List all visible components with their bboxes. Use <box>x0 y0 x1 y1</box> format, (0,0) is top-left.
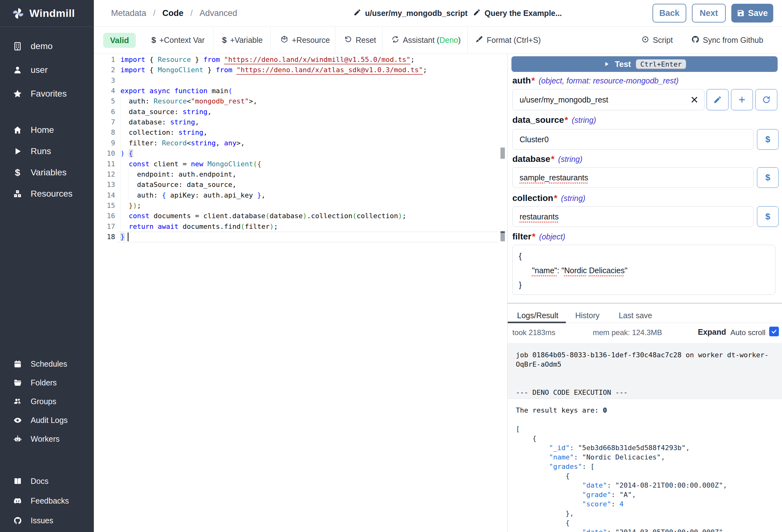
code-line-content: filter: Record<string, any>, <box>120 138 245 148</box>
star-icon <box>12 89 23 99</box>
code-line-14: 14 auth: { apiKey: auth.api_key }, <box>94 190 507 201</box>
result-json-line: "grade": "A", <box>516 490 774 499</box>
top-actions: Back Next Save <box>652 4 773 23</box>
next-button[interactable]: Next <box>692 4 726 23</box>
field-type-note: (string) <box>558 155 582 164</box>
add-resource-button[interactable] <box>731 89 753 110</box>
sidebar-item-docs[interactable]: Docs <box>0 471 94 491</box>
line-number: 10 <box>94 148 115 158</box>
sidebar-item-audit-logs[interactable]: Audit Logs <box>0 411 94 429</box>
tab-logs-result[interactable]: Logs/Result <box>517 308 558 323</box>
run-stats: took 2183ms mem peak: 124.3MB Expand Aut… <box>508 327 782 339</box>
building-icon <box>12 41 23 51</box>
sidebar-item-home[interactable]: Home <box>0 119 94 141</box>
save-button[interactable]: Save <box>731 4 773 23</box>
code-line-content: dataSource: data_source, <box>120 180 237 190</box>
line-number: 6 <box>94 107 115 117</box>
refresh-resource-button[interactable] <box>755 89 777 110</box>
toolbar-add-context-var[interactable]: $+Context Var <box>151 27 205 53</box>
toolbar-format[interactable]: Format (Ctrl+S) <box>475 27 541 53</box>
filter-json-input[interactable]: { "name": "Nordic Delicacies"} <box>512 245 775 295</box>
data_source-input[interactable]: Cluster0 <box>512 129 753 150</box>
code-line-6: 6 data_source: string, <box>94 107 507 117</box>
line-number: 16 <box>94 211 115 221</box>
run-preview-panel: Test Ctrl+Enter auth*(object, format: re… <box>507 54 782 532</box>
users-gear-icon <box>12 396 23 406</box>
log-line <box>516 369 770 379</box>
code-line-content: export async function main( <box>120 86 233 96</box>
script-summary[interactable]: Query the Example... <box>473 0 562 27</box>
test-shortcut-kbd: Ctrl+Enter <box>636 60 686 69</box>
editor-scrollbar[interactable] <box>499 54 505 532</box>
autoscroll-checkbox[interactable] <box>769 327 779 336</box>
sidebar-item-groups[interactable]: Groups <box>0 392 94 411</box>
robot-icon <box>12 434 23 444</box>
code-line-4: 4export async function main( <box>94 86 507 96</box>
line-number: 3 <box>94 75 115 86</box>
insert-variable-button[interactable]: $ <box>757 129 779 150</box>
script-path[interactable]: u/user/my_mongodb_script <box>353 0 468 27</box>
toolbar-sync-github[interactable]: Sync from Github <box>691 27 763 53</box>
code-line-1: 1import { Resource } from "https://deno.… <box>94 54 507 65</box>
json-row: { <box>519 249 769 263</box>
sidebar-item-resources[interactable]: Resources <box>0 183 94 204</box>
reset-icon <box>344 35 352 45</box>
tab-metadata[interactable]: Metadata <box>111 8 146 18</box>
line-number: 17 <box>94 221 115 232</box>
run-mem-peak: mem peak: 124.3MB <box>593 328 662 337</box>
sidebar-item-user[interactable]: user <box>0 58 94 82</box>
code-editor[interactable]: 1import { Resource } from "https://deno.… <box>94 54 507 532</box>
sidebar-item-label: Runs <box>31 146 51 156</box>
sidebar-item-runs[interactable]: Runs <box>0 141 94 162</box>
field-label-data_source: data_source*(string) <box>512 115 596 125</box>
line-number: 11 <box>94 159 115 169</box>
sidebar-item-workers[interactable]: Workers <box>0 429 94 448</box>
test-button[interactable]: Test Ctrl+Enter <box>511 56 778 72</box>
required-asterisk: * <box>531 76 535 86</box>
sidebar-item-schedules[interactable]: Schedules <box>0 354 94 373</box>
clear-value-icon[interactable] <box>690 95 699 104</box>
required-asterisk: * <box>565 115 568 125</box>
tab-code[interactable]: Code <box>162 8 184 18</box>
autoscroll-label[interactable]: Auto scroll <box>731 328 766 337</box>
windmill-logo[interactable]: Windmill <box>0 0 94 27</box>
toolbar-label: +Resource <box>292 36 330 45</box>
crumb-separator: / <box>190 8 193 18</box>
sidebar-item-favorites[interactable]: Favorites <box>0 82 94 106</box>
result-json-line: "grades": [ <box>516 462 774 471</box>
edit-resource-button[interactable] <box>707 89 728 110</box>
insert-variable-button[interactable]: $ <box>757 167 779 188</box>
sidebar-item-demo[interactable]: demo <box>0 34 94 58</box>
sidebar-nav-group: HomeRuns$VariablesResources <box>0 119 94 204</box>
field-name: filter <box>512 232 531 241</box>
tab-last-save[interactable]: Last save <box>619 308 652 323</box>
toolbar-add-variable[interactable]: $+Variable <box>222 27 263 53</box>
expand-button[interactable]: Expand <box>698 328 726 337</box>
folder-icon <box>12 378 23 388</box>
toolbar-assistant[interactable]: Assistant (Deno) <box>391 27 461 53</box>
toolbar-script-kind[interactable]: Script <box>641 27 673 53</box>
result-json-line: "date": "2014-03-05T00:00:00.000Z", <box>516 528 774 532</box>
eye-icon <box>12 415 23 425</box>
code-line-content: ) { <box>120 148 133 158</box>
auth-input[interactable]: u/user/my_mongodb_rest <box>512 89 704 110</box>
sidebar-item-folders[interactable]: Folders <box>0 373 94 392</box>
crumb-separator: / <box>153 8 156 18</box>
tab-advanced[interactable]: Advanced <box>200 8 237 18</box>
sidebar-item-variables[interactable]: $Variables <box>0 162 94 183</box>
log-line: job 01864b05-8033-b136-1def-f30c48ac7c28… <box>516 350 770 369</box>
back-button[interactable]: Back <box>652 4 686 23</box>
collection-input[interactable]: restaurants <box>512 206 753 227</box>
tab-history[interactable]: History <box>575 308 600 323</box>
sidebar-item-issues[interactable]: Issues <box>0 511 94 530</box>
field-type-note: (object, format: resource-mongodb_rest) <box>539 76 678 85</box>
sidebar-item-feedbacks[interactable]: Feedbacks <box>0 491 94 511</box>
toolbar-reset[interactable]: Reset <box>344 27 376 53</box>
result-json-line: { <box>516 434 774 443</box>
insert-variable-button[interactable]: $ <box>757 206 779 227</box>
toolbar-label: Format (Ctrl+S) <box>487 36 541 45</box>
database-input[interactable]: sample_restaurants <box>512 167 753 188</box>
toolbar-add-resource[interactable]: +Resource <box>280 27 330 53</box>
toolbar-label: +Context Var <box>159 36 205 45</box>
field-name: auth <box>512 76 531 86</box>
